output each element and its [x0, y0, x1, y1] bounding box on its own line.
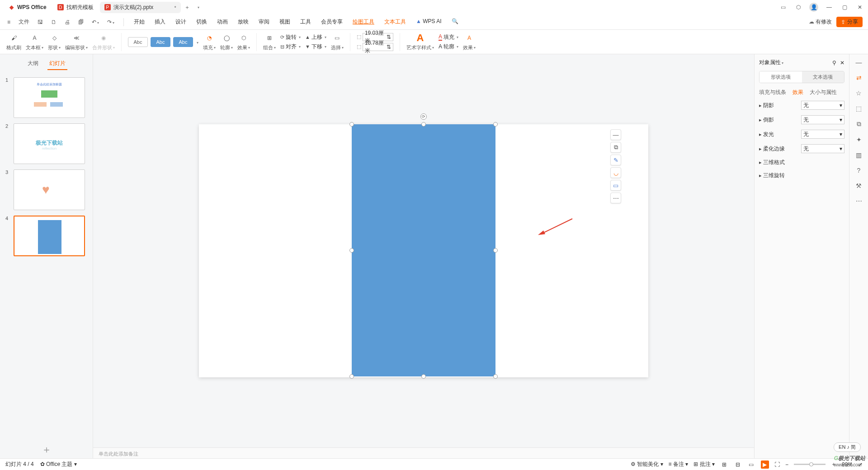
app-home-tab[interactable]: ◆ WPS Office — [4, 2, 51, 12]
tab-member[interactable]: 会员专享 — [320, 15, 344, 28]
canvas-wrap[interactable]: ⟳ — ⧉ ✎ ◡ ▭ ⋯ — [93, 54, 754, 447]
undo-button[interactable]: ↶ — [90, 17, 101, 27]
align-button[interactable]: ⊟ 对齐 — [280, 43, 301, 51]
magic-icon[interactable]: ✦ — [856, 136, 862, 143]
notes-toggle[interactable]: ≡ 备注 ▾ — [669, 461, 689, 461]
text-effect-button[interactable]: A效果 — [463, 33, 476, 51]
close-panel-icon[interactable]: ✕ — [840, 60, 844, 66]
text-outline-button[interactable]: A 轮廓 — [439, 43, 458, 51]
subtab-effect[interactable]: 效果 — [793, 89, 803, 96]
shadow-label[interactable]: ▸ 阴影 — [759, 102, 774, 109]
cloud-modified[interactable]: ☁ 有修改 — [809, 18, 832, 26]
shape-panel-icon[interactable]: ⬚ — [856, 105, 862, 112]
select-button[interactable]: ▭选择 — [331, 33, 344, 51]
resize-handle[interactable] — [349, 374, 354, 379]
resize-handle[interactable] — [421, 374, 426, 379]
star-icon[interactable]: ☆ — [856, 89, 862, 97]
print-preview-icon[interactable]: 🗐 — [76, 17, 85, 27]
float-brush-icon[interactable]: ✎ — [610, 155, 621, 165]
cube-icon[interactable]: ⬡ — [794, 3, 803, 12]
settings-icon[interactable]: ⇄ — [856, 74, 862, 81]
resize-handle[interactable] — [421, 122, 426, 127]
tab-review[interactable]: 审阅 — [258, 15, 270, 28]
shadow-select[interactable]: 无▾ — [801, 101, 844, 110]
more-icon[interactable]: ⋯ — [856, 197, 862, 205]
move-down-button[interactable]: ▼ 下移 — [305, 43, 326, 51]
pin-icon[interactable]: ⚲ — [832, 60, 836, 66]
textbox-button[interactable]: A文本框 — [26, 33, 43, 51]
tab-tools[interactable]: 工具 — [299, 15, 312, 28]
float-layers-icon[interactable]: ⧉ — [610, 142, 621, 153]
float-rect-icon[interactable]: ▭ — [610, 180, 621, 191]
style-1[interactable]: Abc — [128, 37, 148, 47]
height-field[interactable]: ⬚ 10.78厘米⇅ — [357, 43, 393, 51]
layer-icon[interactable]: ⧉ — [857, 120, 861, 128]
share-button[interactable]: ⇪ 分享 — [836, 17, 863, 27]
resize-handle[interactable] — [493, 248, 498, 253]
soft-edge-select[interactable]: 无▾ — [801, 144, 844, 153]
slides-tab[interactable]: 幻灯片 — [47, 58, 67, 70]
soft-edge-label[interactable]: ▸ 柔化边缘 — [759, 145, 785, 153]
float-paint-icon[interactable]: ◡ — [610, 167, 621, 178]
view-sorter-icon[interactable]: ⊟ — [734, 461, 742, 461]
outline-tab[interactable]: 大纲 — [26, 58, 40, 70]
slide-thumb-3[interactable]: ♥ — [14, 169, 85, 210]
selected-rectangle-shape[interactable]: ⟳ — [352, 124, 495, 376]
slide-thumb-2[interactable]: 极光下载站 reflection — [14, 123, 85, 164]
tab-slideshow[interactable]: 放映 — [237, 15, 250, 28]
style-more[interactable] — [196, 39, 198, 45]
style-2[interactable]: Abc — [151, 37, 170, 47]
subtab-fill-line[interactable]: 填充与线条 — [759, 89, 786, 96]
move-up-button[interactable]: ▲ 上移 — [305, 33, 326, 41]
search-icon[interactable]: 🔍 — [451, 15, 459, 28]
reflection-label[interactable]: ▸ 倒影 — [759, 116, 774, 124]
format-3d-label[interactable]: ▸ 三维格式 — [759, 159, 785, 166]
shape-style-gallery[interactable]: Abc Abc Abc — [128, 37, 198, 47]
tool-icon[interactable]: ⚒ — [856, 182, 862, 189]
view-reading-icon[interactable]: ▭ — [747, 461, 755, 461]
rotate-button[interactable]: ⟳ 旋转 — [280, 33, 301, 41]
option-toggle[interactable]: 形状选项 文本选项 — [759, 71, 844, 83]
float-minus-icon[interactable]: — — [610, 129, 621, 140]
shape-options-tab[interactable]: 形状选项 — [760, 71, 802, 83]
help-icon[interactable]: ? — [857, 167, 861, 174]
format-painter[interactable]: 🖌格式刷 — [6, 33, 21, 51]
print-icon[interactable]: 🖨 — [63, 17, 72, 27]
tab-menu-button[interactable] — [193, 3, 203, 12]
tab-animation[interactable]: 动画 — [216, 15, 229, 28]
smart-beautify[interactable]: ⚙ 智能美化 ▾ — [631, 461, 663, 461]
tab-design[interactable]: 设计 — [175, 15, 187, 28]
float-more-icon[interactable]: ⋯ — [610, 193, 621, 203]
template-icon[interactable]: ▥ — [856, 151, 862, 159]
reflection-select[interactable]: 无▾ — [801, 115, 844, 124]
tab-wps-ai[interactable]: ▲ WPS AI — [415, 15, 443, 28]
fill-button[interactable]: ◔填充 — [203, 33, 216, 51]
rotation-handle[interactable]: ⟳ — [420, 113, 427, 120]
wordart-style[interactable]: A艺术字样式 — [406, 33, 434, 51]
template-tab[interactable]: D 找稻壳模板 — [53, 2, 98, 13]
glow-label[interactable]: ▸ 发光 — [759, 131, 774, 138]
document-tab[interactable]: P 演示文稿(2).pptx • — [100, 2, 181, 13]
tab-drawing-tools[interactable]: 绘图工具 — [352, 15, 375, 28]
edit-shape-button[interactable]: ≪编辑形状 — [65, 33, 88, 51]
language-pill[interactable]: EN ♪ 简 — [834, 442, 861, 452]
file-menu[interactable]: 文件 — [17, 16, 31, 28]
slide-thumb-1[interactable]: 单击此处添加标题 — [14, 77, 85, 118]
slide-canvas[interactable]: ⟳ — [199, 124, 648, 377]
add-slide-button[interactable]: ＋ — [0, 438, 93, 461]
effect-button[interactable]: ⬡效果 — [237, 33, 250, 51]
collapse-icon[interactable]: — — [856, 59, 862, 66]
style-3[interactable]: Abc — [173, 37, 193, 47]
shape-button[interactable]: ◇形状 — [48, 33, 61, 51]
glow-select[interactable]: 无▾ — [801, 130, 844, 139]
resize-handle[interactable] — [349, 122, 354, 127]
tab-insert[interactable]: 插入 — [154, 15, 166, 28]
outline-button[interactable]: ◯轮廓 — [220, 33, 233, 51]
text-options-tab[interactable]: 文本选项 — [802, 71, 844, 83]
text-fill-button[interactable]: A 填充 — [439, 33, 458, 41]
rotate-3d-label[interactable]: ▸ 三维旋转 — [759, 172, 785, 179]
view-slideshow-icon[interactable]: ▶ — [761, 461, 769, 461]
maximize-button[interactable]: ▢ — [840, 3, 849, 12]
tab-home[interactable]: 开始 — [133, 15, 146, 28]
group-button[interactable]: ⊞组合 — [263, 33, 276, 51]
